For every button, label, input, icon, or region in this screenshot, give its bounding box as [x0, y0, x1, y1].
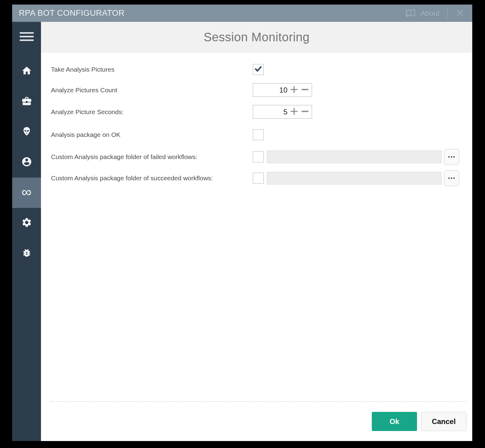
- footer-divider: [50, 401, 467, 402]
- app-title: RPA BOT CONFIGURATOR: [19, 8, 125, 18]
- row-analyze-pictures-count: Analyze Pictures Count 10: [51, 83, 472, 97]
- about-label: About: [420, 9, 439, 18]
- footer: Ok Cancel: [41, 401, 472, 441]
- ok-button[interactable]: Ok: [372, 412, 417, 431]
- checkmark-icon: [254, 65, 263, 74]
- briefcase-icon: [21, 96, 32, 108]
- succeeded-folder-checkbox[interactable]: [253, 173, 264, 184]
- home-icon: [21, 65, 32, 77]
- titlebar: RPA BOT CONFIGURATOR About: [12, 5, 472, 22]
- sidebar-item-bots[interactable]: [12, 117, 41, 147]
- take-pictures-checkbox[interactable]: [253, 64, 264, 75]
- settings-form: Take Analysis Pictures Analyze Pictures …: [41, 53, 472, 186]
- package-on-ok-checkbox[interactable]: [253, 129, 264, 140]
- hamburger-icon: [20, 32, 34, 41]
- pictures-count-label: Analyze Pictures Count: [51, 87, 253, 94]
- picture-seconds-value[interactable]: 5: [253, 108, 289, 116]
- titlebar-actions: About: [405, 8, 464, 19]
- picture-seconds-label: Analyze Picture Seconds:: [51, 108, 253, 116]
- page-header: Session Monitoring: [41, 22, 472, 53]
- row-succeeded-workflows-folder: Custom Analysis package folder of succee…: [51, 170, 472, 186]
- alien-icon: [22, 126, 32, 138]
- pictures-count-value[interactable]: 10: [253, 86, 289, 94]
- pictures-count-decrease-button[interactable]: [300, 85, 310, 96]
- package-on-ok-label: Analysis package on OK: [51, 131, 253, 138]
- plus-icon: [290, 85, 298, 95]
- picture-seconds-increase-button[interactable]: [289, 107, 300, 117]
- row-analyze-picture-seconds: Analyze Picture Seconds: 5: [51, 105, 472, 119]
- titlebar-divider: [447, 9, 448, 18]
- sidebar-nav: ∞: [12, 56, 41, 269]
- pictures-count-spinner: 10: [253, 83, 312, 97]
- ellipsis-icon: ...: [448, 150, 456, 160]
- content-spacer: [41, 186, 472, 401]
- open-book-icon: [405, 8, 416, 19]
- about-button[interactable]: About: [405, 8, 439, 19]
- page-title: Session Monitoring: [204, 30, 310, 44]
- plus-icon: [290, 107, 298, 117]
- main-panel: Session Monitoring Take Analysis Picture…: [41, 22, 472, 441]
- succeeded-folder-label: Custom Analysis package folder of succee…: [51, 175, 253, 182]
- cancel-button[interactable]: Cancel: [421, 412, 466, 431]
- minus-icon: [301, 107, 309, 117]
- failed-folder-input[interactable]: [267, 151, 442, 163]
- minus-icon: [301, 85, 309, 95]
- sidebar-item-debug[interactable]: [12, 238, 41, 269]
- menu-button[interactable]: [12, 30, 41, 43]
- succeeded-folder-input[interactable]: [267, 172, 442, 185]
- sidebar-item-home[interactable]: [12, 56, 41, 87]
- row-analysis-package-on-ok: Analysis package on OK: [51, 129, 472, 140]
- sidebar-item-user[interactable]: [12, 147, 41, 178]
- sidebar: ∞: [12, 22, 41, 441]
- sidebar-item-settings[interactable]: [12, 208, 41, 238]
- footer-buttons: Ok Cancel: [41, 412, 466, 431]
- person-icon: [21, 156, 32, 168]
- bug-icon: [22, 248, 32, 259]
- row-failed-workflows-folder: Custom Analysis package folder of failed…: [51, 149, 472, 165]
- app-window: RPA BOT CONFIGURATOR About: [12, 5, 472, 441]
- infinity-icon: ∞: [22, 185, 32, 199]
- sidebar-item-session-monitoring[interactable]: ∞: [12, 178, 41, 208]
- pictures-count-increase-button[interactable]: [289, 85, 300, 96]
- failed-folder-checkbox[interactable]: [253, 151, 264, 162]
- picture-seconds-decrease-button[interactable]: [300, 107, 310, 117]
- succeeded-folder-browse-button[interactable]: ...: [444, 170, 459, 186]
- sidebar-item-jobs[interactable]: [12, 87, 41, 117]
- close-x-icon: [456, 9, 464, 18]
- close-button[interactable]: [456, 9, 464, 18]
- picture-seconds-spinner: 5: [253, 105, 312, 119]
- take-pictures-label: Take Analysis Pictures: [51, 66, 253, 73]
- row-take-analysis-pictures: Take Analysis Pictures: [51, 64, 472, 75]
- failed-folder-browse-button[interactable]: ...: [444, 149, 459, 165]
- failed-folder-label: Custom Analysis package folder of failed…: [51, 153, 253, 161]
- ellipsis-icon: ...: [448, 171, 456, 181]
- gear-icon: [21, 217, 32, 229]
